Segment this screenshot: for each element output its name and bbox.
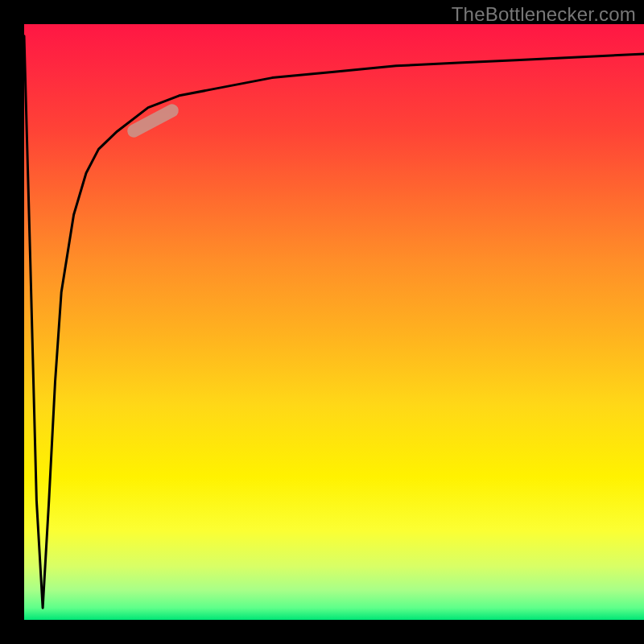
plot-area bbox=[24, 24, 644, 620]
bottleneck-curve bbox=[24, 24, 644, 620]
attribution-text: TheBottlenecker.com bbox=[452, 3, 636, 26]
chart-frame: TheBottlenecker.com bbox=[0, 0, 644, 644]
